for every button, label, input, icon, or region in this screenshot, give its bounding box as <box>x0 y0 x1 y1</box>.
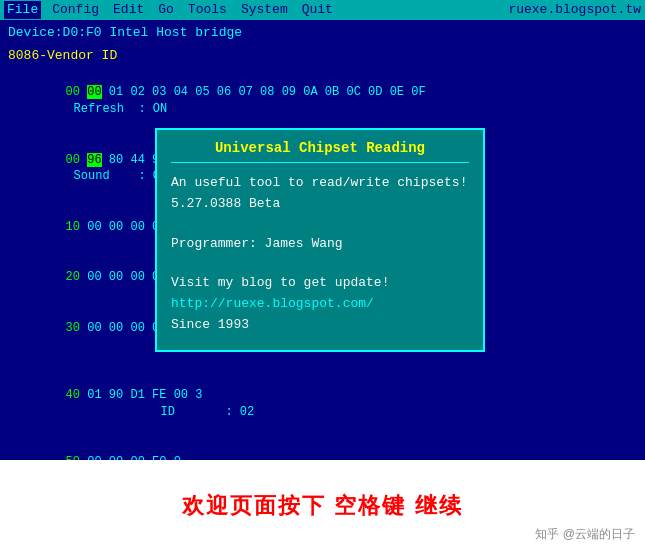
menu-tools[interactable]: Tools <box>185 1 230 20</box>
modal-line4: Visit my blog to get update! <box>171 273 469 294</box>
section-title: 8086-Vendor ID <box>8 47 637 66</box>
modal-dialog: Universal Chipset Reading An useful tool… <box>155 128 485 352</box>
modal-title: Universal Chipset Reading <box>171 138 469 163</box>
device-line: Device:D0:F0 Intel Host bridge <box>8 24 637 43</box>
menu-system[interactable]: System <box>238 1 291 20</box>
menu-quit[interactable]: Quit <box>299 1 336 20</box>
chinese-text: 欢迎页面按下 空格键 继续 <box>182 491 462 521</box>
menu-go[interactable]: Go <box>155 1 177 20</box>
bottom-bar: 欢迎页面按下 空格键 继续 知乎 @云端的日子 <box>0 460 645 551</box>
menu-file[interactable]: File <box>4 1 41 20</box>
modal-line3: Programmer: James Wang <box>171 234 469 255</box>
menubar: File Config Edit Go Tools System Quit ru… <box>0 0 645 20</box>
watermark: 知乎 @云端的日子 <box>535 526 635 543</box>
screen: File Config Edit Go Tools System Quit ru… <box>0 0 645 551</box>
modal-line1: An useful tool to read/write chipsets! <box>171 173 469 194</box>
hex-row-50: 50 00 00 00 E0 0 Line (IRQ): 00 <box>8 437 637 460</box>
menu-website: ruexe.blogspot.tw <box>508 1 641 20</box>
hex-row-00: 00 00 01 02 03 04 05 06 07 08 09 0A 0B 0… <box>8 68 637 135</box>
menu-edit[interactable]: Edit <box>110 1 147 20</box>
modal-line2: 5.27.0388 Beta <box>171 194 469 215</box>
modal-line6: Since 1993 <box>171 315 469 336</box>
hex-row-40: 40 01 90 D1 FE 00 3 ID : 02 <box>8 370 637 437</box>
menu-config[interactable]: Config <box>49 1 102 20</box>
modal-line5: http://ruexe.blogspot.com/ <box>171 294 469 315</box>
terminal: File Config Edit Go Tools System Quit ru… <box>0 0 645 460</box>
